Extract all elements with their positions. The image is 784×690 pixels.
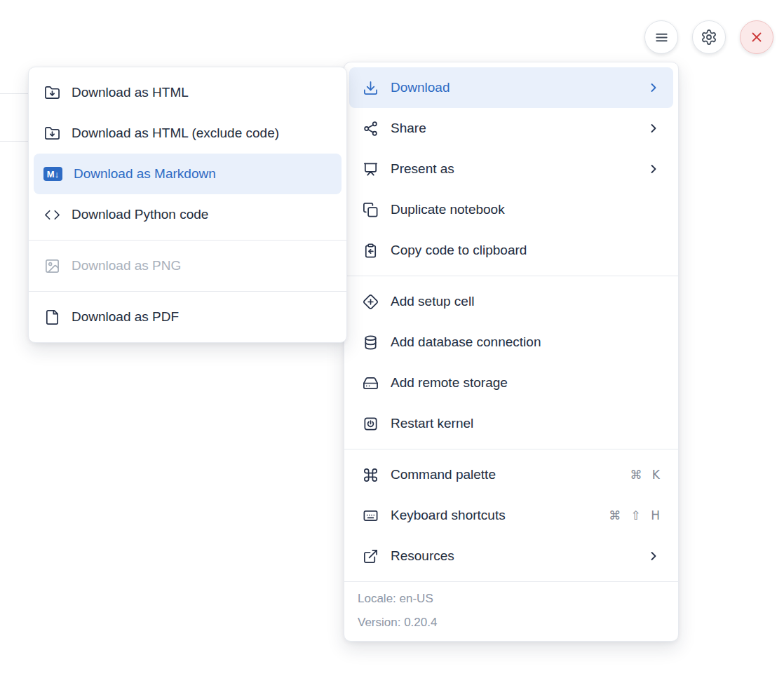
- keyboard-icon: [362, 507, 379, 524]
- download-icon: [362, 79, 379, 96]
- chevron-right-icon: [647, 81, 661, 95]
- menu-item-label: Download as PNG: [72, 258, 330, 273]
- download-submenu: Download as HTML Download as HTML (exclu…: [28, 67, 347, 343]
- menu-item-label: Command palette: [391, 467, 618, 482]
- menu-item-download-as-pdf[interactable]: Download as PDF: [34, 297, 342, 337]
- close-button[interactable]: [740, 20, 773, 54]
- menu-item-label: Add setup cell: [391, 294, 661, 309]
- hamburger-menu-icon: [654, 29, 670, 46]
- menu-item-download-as-html[interactable]: Download as HTML: [34, 72, 342, 113]
- menu-item-label: Resources: [391, 548, 635, 564]
- menu-item-label: Present as: [391, 161, 635, 177]
- menu-item-resources[interactable]: Resources: [349, 536, 673, 576]
- menu-footer: Locale: en-US Version: 0.20.4: [344, 582, 678, 641]
- version-text: Version: 0.20.4: [358, 614, 665, 631]
- menu-item-label: Download as HTML: [72, 85, 330, 100]
- menu-item-label: Share: [391, 121, 635, 136]
- menu-item-add-remote-storage[interactable]: Add remote storage: [349, 363, 673, 403]
- menu-item-present-as[interactable]: Present as: [349, 149, 673, 189]
- database-icon: [362, 334, 379, 351]
- menu-item-share[interactable]: Share: [349, 108, 673, 149]
- menu-item-label: Download: [391, 80, 635, 95]
- menu-item-add-setup-cell[interactable]: Add setup cell: [349, 281, 673, 322]
- folder-down-icon: [43, 84, 60, 101]
- menu-section-help: Command palette ⌘ K Keyboard shortcuts ⌘…: [344, 449, 678, 581]
- image-icon: [43, 257, 60, 274]
- menu-item-label: Add remote storage: [391, 375, 661, 391]
- external-link-icon: [362, 548, 379, 564]
- submenu-section-pdf: Download as PDF: [29, 292, 346, 342]
- menu-item-command-palette[interactable]: Command palette ⌘ K: [349, 454, 673, 495]
- submenu-section-image: Download as PNG: [29, 241, 346, 291]
- menu-item-label: Keyboard shortcuts: [391, 508, 597, 523]
- close-x-icon: [749, 29, 764, 45]
- chevron-right-icon: [647, 162, 661, 176]
- menu-item-download[interactable]: Download: [349, 67, 673, 108]
- folder-down-icon: [43, 125, 60, 142]
- menu-section-export: Download Share Present as: [344, 62, 678, 276]
- menu-item-label: Duplicate notebook: [391, 202, 661, 217]
- command-icon: [362, 466, 379, 483]
- locale-text: Locale: en-US: [358, 590, 665, 607]
- settings-button[interactable]: [692, 20, 726, 54]
- menu-item-download-python-code[interactable]: Download Python code: [34, 194, 342, 235]
- menu-item-download-as-html-exclude-code[interactable]: Download as HTML (exclude code): [34, 113, 342, 154]
- menu-item-keyboard-shortcuts[interactable]: Keyboard shortcuts ⌘ ⇧ H: [349, 495, 673, 536]
- menu-item-download-as-png: Download as PNG: [34, 245, 342, 286]
- menu-item-download-as-markdown[interactable]: M↓ Download as Markdown: [34, 154, 342, 194]
- file-icon: [43, 309, 60, 325]
- menu-item-duplicate-notebook[interactable]: Duplicate notebook: [349, 189, 673, 230]
- menu-item-label: Download Python code: [72, 207, 330, 222]
- menu-item-label: Restart kernel: [391, 416, 661, 431]
- chevron-right-icon: [647, 549, 661, 563]
- menu-section-kernel: Add setup cell Add database connection A…: [344, 276, 678, 449]
- menu-item-label: Download as HTML (exclude code): [72, 126, 330, 141]
- shortcut-hint: ⌘ K: [630, 468, 661, 482]
- menu-item-label: Download as PDF: [72, 309, 330, 325]
- notebook-actions-menu: Download Share Present as: [344, 62, 679, 642]
- copy-icon: [362, 201, 379, 218]
- chevron-right-icon: [647, 121, 661, 135]
- diamond-plus-icon: [362, 293, 379, 310]
- shortcut-hint: ⌘ ⇧ H: [609, 508, 661, 522]
- submenu-section-documents: Download as HTML Download as HTML (exclu…: [29, 67, 346, 240]
- square-power-icon: [362, 415, 379, 432]
- presentation-icon: [362, 161, 379, 177]
- clipboard-copy-icon: [362, 242, 379, 259]
- markdown-badge-icon: M↓: [43, 167, 62, 181]
- share-icon: [362, 120, 379, 137]
- hard-drive-icon: [362, 374, 379, 391]
- background-grid-line: [0, 141, 31, 142]
- menu-item-label: Add database connection: [391, 334, 661, 350]
- menu-item-restart-kernel[interactable]: Restart kernel: [349, 403, 673, 444]
- background-grid-line: [0, 93, 31, 94]
- menu-item-add-database-connection[interactable]: Add database connection: [349, 322, 673, 363]
- code-icon: [43, 206, 60, 223]
- gear-icon: [701, 29, 717, 46]
- menu-item-copy-code-to-clipboard[interactable]: Copy code to clipboard: [349, 230, 673, 271]
- menu-item-label: Copy code to clipboard: [391, 243, 661, 258]
- menu-item-label: Download as Markdown: [74, 166, 330, 182]
- notebook-menu-button[interactable]: [644, 20, 678, 54]
